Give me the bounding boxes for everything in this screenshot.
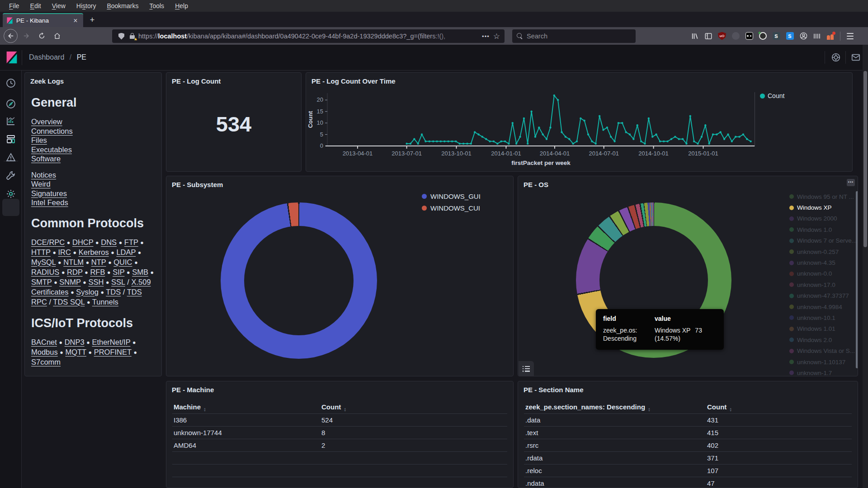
- time-series-chart[interactable]: 05101520Count2013-04-012013-07-012013-10…: [306, 73, 853, 172]
- protocol-link-ethernet-ip[interactable]: EtherNet/IP: [92, 338, 130, 346]
- legend-item-windows-1-01[interactable]: Windows 1.01: [789, 324, 853, 334]
- legend-item-unknown-0-0[interactable]: unknown-0.0: [789, 268, 853, 279]
- bookmark-star-icon[interactable]: ☆: [493, 32, 500, 41]
- protocol-link-ssl[interactable]: SSL: [111, 278, 125, 286]
- protocol-link-modbus[interactable]: Modbus: [31, 348, 58, 356]
- zeek-link-notices[interactable]: Notices: [31, 170, 154, 180]
- zeek-link-signatures[interactable]: Signatures: [31, 189, 154, 198]
- legend-item-unknown-4-9984[interactable]: unknown-4.9984: [789, 301, 853, 312]
- protocol-link-sip[interactable]: SIP: [113, 268, 124, 276]
- protocol-link-http[interactable]: HTTP: [31, 248, 51, 256]
- mail-envelope-icon[interactable]: [851, 52, 861, 62]
- hamburger-menu-icon[interactable]: [843, 30, 857, 42]
- protocol-link-syslog[interactable]: Syslog: [76, 288, 99, 296]
- protocol-link-ldap[interactable]: LDAP: [116, 248, 136, 256]
- page-scrollbar[interactable]: [863, 45, 868, 488]
- legend-item-windows-xp[interactable]: Windows XP: [789, 202, 853, 213]
- menu-history[interactable]: History: [71, 0, 102, 11]
- url-bar[interactable]: ▲ https://localhost/kibana/app/kibana#/d…: [112, 29, 505, 43]
- legend-item-windows-2000[interactable]: Windows 2000: [789, 213, 853, 224]
- protocol-link-kerberos[interactable]: Kerberos: [79, 248, 109, 256]
- new-tab-button[interactable]: +: [87, 15, 98, 25]
- protocol-link-dce-rpc[interactable]: DCE/RPC: [31, 238, 65, 246]
- extension-disabled-icon[interactable]: [729, 30, 742, 42]
- protocol-link-snmp[interactable]: SNMP: [59, 278, 80, 286]
- legend-item-windows-7-or-serve-[interactable]: Windows 7 or Serve...: [789, 235, 853, 246]
- menu-edit[interactable]: Edit: [25, 0, 47, 11]
- protocol-link-tds[interactable]: TDS: [106, 288, 121, 296]
- protocol-link-dnp3[interactable]: DNP3: [65, 338, 85, 346]
- protocol-link-irc[interactable]: IRC: [58, 248, 71, 256]
- management-gear-icon[interactable]: [5, 188, 16, 199]
- protocol-link-dhcp[interactable]: DHCP: [72, 238, 93, 246]
- protocol-link-rdp[interactable]: RDP: [67, 268, 83, 276]
- search-input[interactable]: [527, 33, 617, 40]
- zeek-link-intel-feeds[interactable]: Intel Feeds: [31, 198, 154, 207]
- recently-viewed-icon[interactable]: [5, 78, 16, 89]
- menu-view[interactable]: View: [47, 0, 71, 11]
- menu-file[interactable]: File: [4, 0, 25, 11]
- legend-item-windows_gui[interactable]: WINDOWS_GUI: [422, 190, 481, 202]
- legend-item-unknown-47-37377[interactable]: unknown-47.37377: [789, 291, 853, 301]
- zeek-link-weird[interactable]: Weird: [31, 179, 154, 189]
- panel-options-icon[interactable]: •••: [847, 179, 855, 186]
- connection-lock-icon[interactable]: ▲: [130, 33, 136, 40]
- menu-help[interactable]: Help: [170, 0, 193, 11]
- breadcrumb-dashboard-link[interactable]: Dashboard: [29, 53, 64, 61]
- legend-item-unknown-17-0[interactable]: unknown-17.0: [789, 279, 853, 290]
- zeek-link-connections[interactable]: Connections: [31, 127, 154, 136]
- protocol-link-tds-sql[interactable]: TDS SQL: [53, 298, 85, 306]
- tab-close-icon[interactable]: ×: [71, 17, 80, 25]
- protocol-link-ssh[interactable]: SSH: [88, 278, 104, 286]
- kibana-logo-icon[interactable]: [5, 51, 18, 64]
- menu-bookmarks[interactable]: Bookmarks: [101, 0, 144, 11]
- page-actions-icon[interactable]: •••: [482, 33, 490, 40]
- stylus-icon[interactable]: S: [769, 30, 783, 42]
- column-header-count[interactable]: Count▲▼: [707, 403, 732, 412]
- monkey-extension-icon[interactable]: [756, 30, 769, 42]
- browser-tab[interactable]: PE - Kibana ×: [3, 13, 83, 27]
- proxy-extension-icon[interactable]: [824, 30, 837, 42]
- legend-item-unknown-1-10137[interactable]: unknown-1.10137: [789, 357, 853, 367]
- back-button[interactable]: [4, 29, 18, 43]
- zeek-link-software[interactable]: Software: [31, 154, 154, 164]
- legend-toggle-button[interactable]: [519, 361, 534, 376]
- menu-tools[interactable]: Tools: [144, 0, 170, 11]
- protocol-link-ftp[interactable]: FTP: [124, 238, 138, 246]
- zeek-link-executables[interactable]: Executables: [31, 145, 154, 155]
- dev-tools-wrench-icon[interactable]: [5, 170, 16, 181]
- library-icon[interactable]: [688, 30, 702, 42]
- column-header-machine[interactable]: Machine▲▼: [172, 403, 321, 412]
- home-button[interactable]: [50, 29, 64, 43]
- zeek-link-files[interactable]: Files: [31, 136, 154, 145]
- legend-item-windows-vista-or-s-[interactable]: Windows Vista or S...: [789, 345, 853, 356]
- legend-item-unknown-4-35[interactable]: unknown-4.35: [789, 257, 853, 268]
- discover-compass-icon[interactable]: [5, 99, 16, 109]
- legend-item-windows-1-0[interactable]: Windows 1.0: [789, 224, 853, 235]
- protocol-link-bacnet[interactable]: BACnet: [31, 338, 57, 346]
- column-header-zeek-pe-section-names-descending[interactable]: zeek_pe.section_names: Descending▲▼: [524, 403, 707, 412]
- legend-item-windows-95-or-nt-[interactable]: Windows 95 or NT ...: [789, 191, 853, 202]
- tracking-protection-shield-icon[interactable]: [118, 33, 124, 40]
- scrollbar-thumb[interactable]: [863, 71, 867, 247]
- protocol-link-quic[interactable]: QUIC: [113, 258, 132, 266]
- reload-button[interactable]: [35, 29, 48, 43]
- chart-legend-count[interactable]: Count: [760, 92, 784, 99]
- search-bar[interactable]: [512, 29, 636, 43]
- protocol-link-s7comm[interactable]: S7comm: [31, 358, 61, 366]
- column-header-count[interactable]: Count▲▼: [321, 403, 346, 412]
- legend-item-windows_cui[interactable]: WINDOWS_CUI: [422, 202, 481, 214]
- protocol-link-radius[interactable]: RADIUS: [31, 268, 59, 276]
- protocol-link-ntlm[interactable]: NTLM: [63, 258, 84, 266]
- help-lifering-icon[interactable]: [831, 52, 841, 62]
- protocol-link-smtp[interactable]: SMTP: [31, 278, 52, 286]
- alerts-triangle-icon[interactable]: [5, 152, 16, 163]
- ublock-shield-icon[interactable]: uO: [715, 30, 729, 42]
- protocol-link-tunnels[interactable]: Tunnels: [92, 298, 118, 306]
- account-icon[interactable]: [797, 30, 810, 42]
- visualize-chart-icon[interactable]: [5, 116, 16, 127]
- protocol-link-rfb[interactable]: RFB: [90, 268, 105, 276]
- legend-item-unknown-1-7[interactable]: unknown-1.7: [789, 367, 853, 376]
- legend-item-unknown-0-257[interactable]: unknown-0.257: [789, 246, 853, 257]
- forward-button[interactable]: [19, 29, 33, 43]
